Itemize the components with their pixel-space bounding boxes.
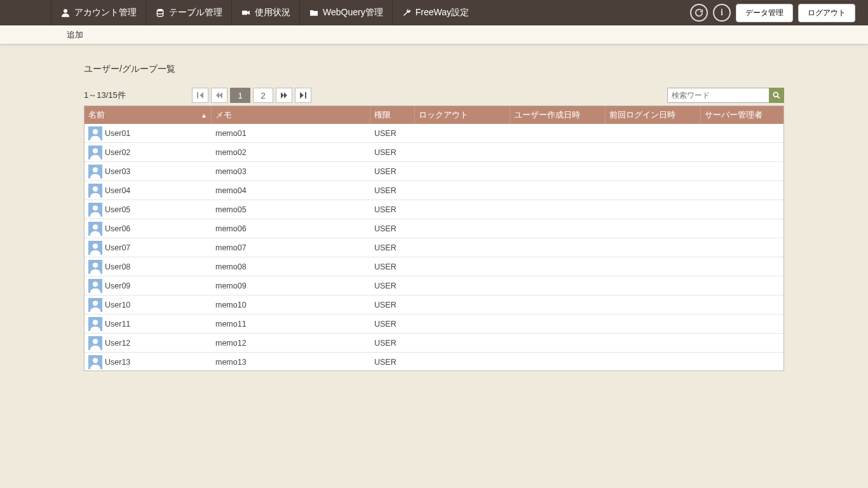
col-header-auth[interactable]: 権限 (370, 106, 415, 124)
topnav-item-2[interactable]: 使用状況 (231, 0, 299, 25)
svg-marker-3 (247, 11, 250, 15)
cell-memo: memo12 (215, 339, 247, 348)
camera-icon (241, 8, 251, 18)
table-row[interactable]: User04 memo04 USER (85, 181, 783, 200)
topbar-spacer (478, 0, 690, 25)
col-header-admin[interactable]: サーバー管理者 (701, 106, 783, 124)
cell-memo: memo05 (215, 205, 247, 214)
result-count: 1～13/15件 (84, 90, 192, 101)
topnav-item-label: FreeWay設定 (416, 7, 469, 18)
table-icon (155, 8, 165, 18)
info-icon: i (721, 8, 723, 18)
cell-name: User03 (105, 167, 130, 176)
cell-name: User08 (105, 262, 130, 271)
table-row[interactable]: User13 memo13 USER (85, 353, 783, 370)
svg-point-23 (93, 281, 98, 287)
reload-icon (695, 8, 703, 17)
search-input[interactable] (667, 88, 769, 103)
table-row[interactable]: User02 memo02 USER (85, 143, 783, 162)
table-row[interactable]: User12 memo12 USER (85, 334, 783, 353)
logout-button[interactable]: ログアウト (798, 4, 855, 22)
last-icon (300, 92, 306, 98)
svg-point-31 (93, 358, 98, 363)
data-manage-button[interactable]: データ管理 (736, 4, 793, 22)
cell-name: User05 (105, 205, 130, 214)
svg-point-25 (93, 301, 98, 306)
svg-point-21 (93, 262, 98, 268)
paginator: 1 2 (192, 88, 311, 103)
page-title: ユーザー/グループ一覧 (84, 64, 784, 75)
cell-memo: memo08 (215, 262, 247, 271)
cell-memo: memo09 (215, 281, 247, 290)
topnav-item-label: テーブル管理 (169, 7, 222, 18)
page-last-button[interactable] (295, 88, 311, 103)
cell-auth: USER (374, 243, 397, 252)
topnav-item-label: 使用状況 (255, 7, 290, 18)
page-number-button[interactable]: 1 (230, 88, 250, 103)
search-icon (772, 91, 781, 100)
cell-name: User02 (105, 148, 130, 157)
subbar: 追加 (0, 25, 868, 44)
search-wrap (667, 88, 784, 103)
add-link[interactable]: 追加 (67, 29, 83, 41)
avatar-icon (88, 298, 102, 312)
svg-point-4 (773, 92, 778, 97)
reload-button[interactable] (690, 4, 708, 22)
table-row[interactable]: User10 memo10 USER (85, 295, 783, 315)
topnav-item-0[interactable]: アカウント管理 (51, 0, 146, 25)
table-row[interactable]: User05 memo05 USER (85, 200, 783, 219)
col-header-created[interactable]: ユーザー作成日時 (510, 106, 606, 124)
topnav-item-1[interactable]: テーブル管理 (146, 0, 231, 25)
list-body[interactable]: User01 memo01 USER User02 memo02 USER (85, 124, 783, 370)
avatar-icon (88, 241, 102, 255)
svg-point-9 (93, 148, 98, 153)
info-button[interactable]: i (713, 4, 731, 22)
cell-memo: memo10 (215, 301, 247, 309)
svg-point-29 (93, 339, 98, 344)
cell-memo: memo13 (215, 358, 247, 367)
avatar-icon (88, 165, 102, 179)
page-first-button[interactable] (192, 88, 208, 103)
table-row[interactable]: User01 memo01 USER (85, 124, 783, 143)
cell-auth: USER (374, 167, 397, 176)
table-row[interactable]: User11 memo11 USER (85, 315, 783, 334)
search-button[interactable] (769, 88, 784, 103)
cell-memo: memo01 (215, 129, 247, 138)
col-header-name[interactable]: 名前 ▲ (85, 106, 212, 124)
table-row[interactable]: User08 memo08 USER (85, 257, 783, 276)
topbar-right-group: i データ管理 ログアウト (690, 0, 868, 25)
cell-auth: USER (374, 205, 397, 214)
avatar-icon (88, 317, 102, 331)
cell-auth: USER (374, 358, 397, 367)
page-number-button[interactable]: 2 (253, 88, 273, 103)
col-header-auth-label: 権限 (374, 109, 391, 121)
svg-point-11 (93, 167, 98, 172)
page-prev-button[interactable] (211, 88, 227, 103)
cell-auth: USER (374, 339, 397, 348)
content: ユーザー/グループ一覧 1～13/15件 1 2 (0, 44, 868, 371)
svg-line-5 (777, 96, 779, 98)
col-header-lastlog-label: 前回ログイン日時 (609, 109, 675, 121)
avatar-icon (88, 146, 102, 159)
col-header-admin-label: サーバー管理者 (705, 109, 763, 121)
col-header-lock-label: ロックアウト (419, 109, 468, 121)
cell-auth: USER (374, 148, 397, 157)
col-header-name-label: 名前 (88, 109, 105, 121)
list-table: 名前 ▲ メモ 権限 ロックアウト ユーザー作成日時 前回ログイン日時 サーバー… (84, 105, 784, 371)
table-row[interactable]: User06 memo06 USER (85, 219, 783, 238)
topnav-item-4[interactable]: FreeWay設定 (392, 0, 478, 25)
col-header-lock[interactable]: ロックアウト (415, 106, 510, 124)
page-next-button[interactable] (276, 88, 292, 103)
table-row[interactable]: User07 memo07 USER (85, 238, 783, 257)
col-header-lastlog[interactable]: 前回ログイン日時 (606, 106, 701, 124)
avatar-icon (88, 184, 102, 198)
cell-auth: USER (374, 320, 397, 329)
cell-memo: memo04 (215, 186, 247, 195)
svg-point-27 (93, 320, 98, 325)
table-row[interactable]: User03 memo03 USER (85, 162, 783, 181)
table-row[interactable]: User09 memo09 USER (85, 276, 783, 295)
avatar-icon (88, 260, 102, 274)
next-icon (281, 92, 287, 98)
topnav-item-3[interactable]: WebQuery管理 (299, 0, 392, 25)
col-header-memo[interactable]: メモ (212, 106, 370, 124)
